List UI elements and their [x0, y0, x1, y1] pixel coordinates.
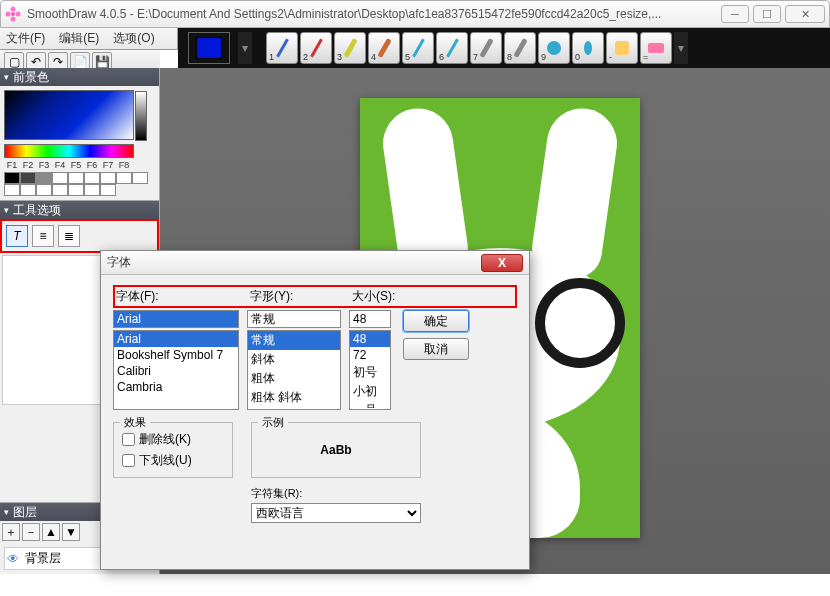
window-titlebar: SmoothDraw 4.0.5 - E:\Document And Setti…: [0, 0, 830, 28]
add-layer-button[interactable]: ＋: [2, 523, 20, 541]
size-list[interactable]: 48 72 初号 小初 一号 小一 二号: [349, 330, 391, 410]
brush-tool-8[interactable]: 8: [504, 32, 536, 64]
effects-group: 效果 删除线(K) 下划线(U): [113, 422, 233, 478]
brightness-slider[interactable]: [135, 91, 147, 141]
font-list[interactable]: Arial Bookshelf Symbol 7 Calibri Cambria: [113, 330, 239, 410]
menu-edit[interactable]: 编辑(E): [59, 30, 99, 47]
brush-tool-11[interactable]: -: [606, 32, 638, 64]
size-item[interactable]: 小初: [350, 382, 390, 401]
style-list[interactable]: 常规 斜体 粗体 粗体 斜体: [247, 330, 341, 410]
style-item[interactable]: 常规: [248, 331, 340, 350]
style-item[interactable]: 斜体: [248, 350, 340, 369]
style-input[interactable]: [247, 310, 341, 328]
font-label: 字体(F):: [116, 288, 242, 305]
brush-tool-9[interactable]: 9: [538, 32, 570, 64]
svg-point-3: [11, 17, 16, 22]
size-item[interactable]: 初号: [350, 363, 390, 382]
brush-tool-6[interactable]: 6: [436, 32, 468, 64]
font-item[interactable]: Calibri: [114, 363, 238, 379]
svg-point-4: [6, 12, 11, 17]
font-dialog-title: 字体: [107, 254, 481, 271]
color-dropdown[interactable]: ▾: [238, 32, 252, 64]
font-dialog-titlebar[interactable]: 字体 X: [101, 251, 529, 275]
strikethrough-checkbox[interactable]: 删除线(K): [122, 431, 224, 448]
svg-point-1: [11, 7, 16, 12]
hue-bar[interactable]: [4, 144, 134, 158]
style-item[interactable]: 粗体 斜体: [248, 388, 340, 407]
layer-up-button[interactable]: ▲: [42, 523, 60, 541]
window-title: SmoothDraw 4.0.5 - E:\Document And Setti…: [27, 7, 721, 21]
font-input[interactable]: [113, 310, 239, 328]
font-dialog: 字体 X 字体(F): 字形(Y): 大小(S): Arial Bookshel…: [100, 250, 530, 570]
encoding-label: 字符集(R):: [251, 486, 421, 501]
app-icon: [5, 6, 21, 22]
font-dialog-close-button[interactable]: X: [481, 254, 523, 272]
sample-preview: 示例 AaBb: [251, 422, 421, 478]
brush-tool-1[interactable]: 1: [266, 32, 298, 64]
font-item[interactable]: Arial: [114, 331, 238, 347]
color-panel: F1F2F3F4F5F6F7F8: [0, 86, 159, 200]
svg-point-2: [16, 12, 21, 17]
visibility-icon[interactable]: 👁: [7, 552, 19, 566]
brush-tool-7[interactable]: 7: [470, 32, 502, 64]
align-center-button[interactable]: ≣: [58, 225, 80, 247]
eraser-tool[interactable]: =: [640, 32, 672, 64]
svg-point-0: [11, 12, 15, 16]
layer-name: 背景层: [25, 550, 61, 567]
layer-down-button[interactable]: ▼: [62, 523, 80, 541]
size-item[interactable]: 48: [350, 331, 390, 347]
align-left-button[interactable]: ≡: [32, 225, 54, 247]
panel-header-foreground[interactable]: ▾前景色: [0, 68, 159, 86]
foreground-color-swatch[interactable]: [188, 32, 230, 64]
brush-tool-5[interactable]: 5: [402, 32, 434, 64]
panel-header-tool-options[interactable]: ▾工具选项: [0, 201, 159, 219]
highlighted-labels: 字体(F): 字形(Y): 大小(S):: [113, 285, 517, 308]
color-gradient-picker[interactable]: [4, 90, 134, 140]
f-key-labels: F1F2F3F4F5F6F7F8: [4, 160, 155, 170]
maximize-button[interactable]: ☐: [753, 5, 781, 23]
close-button[interactable]: ✕: [785, 5, 825, 23]
minimize-button[interactable]: ─: [721, 5, 749, 23]
menu-file[interactable]: 文件(F): [6, 30, 45, 47]
size-item[interactable]: 72: [350, 347, 390, 363]
color-swatches[interactable]: [4, 172, 155, 196]
brush-tool-4[interactable]: 4: [368, 32, 400, 64]
menu-options[interactable]: 选项(O): [113, 30, 154, 47]
underline-checkbox[interactable]: 下划线(U): [122, 452, 224, 469]
brush-tool-10[interactable]: 0: [572, 32, 604, 64]
text-tool-button[interactable]: T: [6, 225, 28, 247]
ok-button[interactable]: 确定: [403, 310, 469, 332]
size-input[interactable]: [349, 310, 391, 328]
cancel-button[interactable]: 取消: [403, 338, 469, 360]
encoding-select[interactable]: 西欧语言: [251, 503, 421, 523]
style-label: 字形(Y):: [250, 288, 344, 305]
brush-dropdown[interactable]: ▾: [674, 32, 688, 64]
size-item[interactable]: 一号: [350, 401, 390, 410]
brush-tool-2[interactable]: 2: [300, 32, 332, 64]
brush-tool-3[interactable]: 3: [334, 32, 366, 64]
font-item[interactable]: Cambria: [114, 379, 238, 395]
font-item[interactable]: Bookshelf Symbol 7: [114, 347, 238, 363]
style-item[interactable]: 粗体: [248, 369, 340, 388]
size-label: 大小(S):: [352, 288, 408, 305]
delete-layer-button[interactable]: －: [22, 523, 40, 541]
